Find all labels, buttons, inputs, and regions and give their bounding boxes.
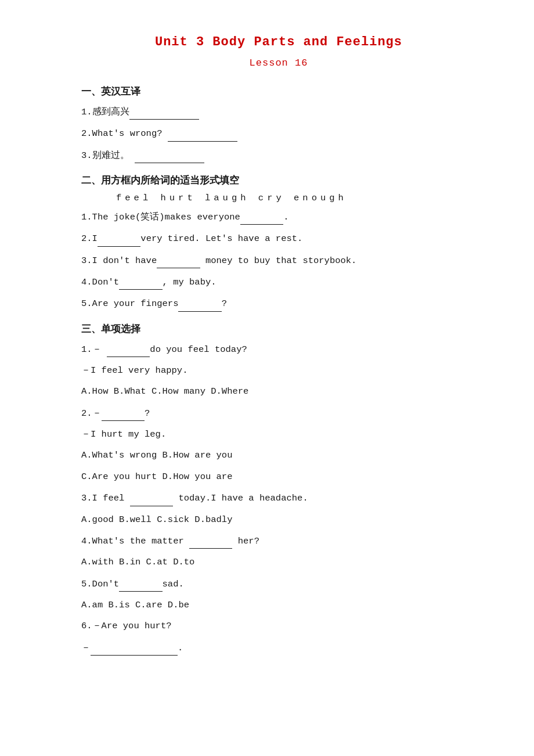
s2-q5: 5.Are your fingers ? <box>81 296 476 311</box>
s1-q2: 2.What's wrong? <box>81 125 476 141</box>
s2-q1: 1.The joke(笑话)makes everyone . <box>81 209 476 225</box>
s2-q2: 2.I very tired. Let's have a rest. <box>81 231 476 246</box>
s3-q6: 6.－Are you hurt? <box>81 618 476 633</box>
s3-q6-response: － . <box>81 640 476 656</box>
s1-q3: 3.别难过。 <box>81 147 476 163</box>
s3-q1-options: A.How B.What C.How many D.Where <box>81 384 476 399</box>
s2-q4: 4.Don't , my baby. <box>81 274 476 290</box>
word-bank: feel hurt laugh cry enough <box>116 193 476 203</box>
section3-header: 三、单项选择 <box>81 322 476 336</box>
s3-q5: 5.Don't sad. <box>81 576 476 592</box>
s3-q2-options-1: A.What's wrong B.How are you <box>81 448 476 463</box>
s3-q2-response: －I hurt my leg. <box>81 427 476 442</box>
s1-q1: 1.感到高兴 <box>81 104 476 120</box>
s3-q3-options: A.good B.well C.sick D.badly <box>81 512 476 527</box>
s3-q5-options: A.am B.is C.are D.be <box>81 597 476 613</box>
s3-q2-options-2: C.Are you hurt D.How you are <box>81 469 476 484</box>
s3-q3: 3.I feel today.I have a headache. <box>81 490 476 506</box>
lesson-subtitle: Lesson 16 <box>81 57 476 69</box>
s3-q1: 1.－ do you feel today? <box>81 341 476 357</box>
s3-q4-options: A.with B.in C.at D.to <box>81 555 476 570</box>
section1-header: 一、英汉互译 <box>81 85 476 98</box>
s2-q3: 3.I don't have money to buy that storybo… <box>81 253 476 268</box>
page-title: Unit 3 Body Parts and Feelings <box>81 35 476 49</box>
section2-header: 二、用方框内所给词的适当形式填空 <box>81 174 476 187</box>
s3-q4: 4.What's the matter her? <box>81 533 476 549</box>
s3-q2: 2.－ ? <box>81 405 476 421</box>
s3-q1-response: －I feel very happy. <box>81 363 476 378</box>
